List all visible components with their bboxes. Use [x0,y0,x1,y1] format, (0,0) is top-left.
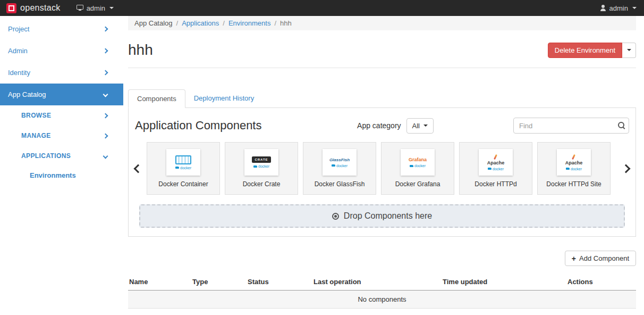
tab-components[interactable]: Components [128,89,185,108]
user-menu[interactable]: admin [600,4,637,12]
caret-down-icon [632,7,637,9]
empty-table-message: No components [128,291,636,309]
docker-container-icon: docker [166,149,200,176]
drop-components-zone[interactable]: Drop Components here [139,204,625,228]
sidebar-item-applications[interactable]: APPLICATIONS [0,146,123,166]
tab-bar: Components Deployment History [128,89,636,108]
add-component-button[interactable]: + Add Component [565,251,636,266]
tab-deployment-history[interactable]: Deployment History [185,89,262,107]
breadcrumb-item-app-catalog: App Catalog [134,19,173,27]
breadcrumb-item-applications[interactable]: Applications [182,19,219,27]
component-card[interactable]: CRATE docker Docker Crate [225,142,298,195]
chevron-right-icon [103,133,108,138]
chevron-right-icon [103,70,108,76]
brand-wordmark: openstack [20,3,61,13]
grafana-icon: Grafana docker [401,149,435,176]
caret-down-icon [109,7,114,9]
component-cards: docker Docker Container CRATE docker Doc… [147,142,617,195]
user-menu-label: admin [609,4,628,12]
breadcrumb-item-environments[interactable]: Environments [228,19,270,27]
delete-environment-split-button: Delete Environment [548,43,636,58]
docker-logo-icon: docker [175,166,191,170]
sidebar-item-label: MANAGE [21,132,51,139]
breadcrumb-separator: / [274,19,276,27]
sidebar-item-label: Admin [8,47,28,55]
breadcrumb-separator: / [176,19,179,27]
sidebar-item-browse[interactable]: BROWSE [0,105,123,126]
sidebar-item-admin[interactable]: Admin [0,40,123,62]
column-header-time-updated: Time updated [442,273,566,291]
table-actions-row: + Add Component [128,251,636,266]
sidebar-item-label: Project [8,25,29,33]
feather-icon [572,154,576,159]
docker-logo-icon: docker [332,164,348,168]
components-carousel: docker Docker Container CRATE docker Doc… [135,142,629,195]
docker-logo-icon: docker [253,164,269,168]
app-category-dropdown[interactable]: All [406,118,434,134]
chevron-right-icon [103,27,108,32]
app-category-group: App category All [357,118,434,134]
component-card-label: Docker Grafana [395,180,440,188]
component-card-label: Docker GlassFish [315,180,365,188]
breadcrumb-separator: / [223,19,225,27]
caret-down-icon [627,49,631,51]
components-tab-panel: Application Components App category All [128,108,636,237]
app-category-value: All [412,122,420,130]
sidebar-item-app-catalog[interactable]: App Catalog [0,84,123,105]
column-header-name: Name [128,273,191,291]
page-title: hhh [128,42,153,59]
column-header-type: Type [191,273,247,291]
target-icon [332,213,339,220]
glassfish-icon: GlassFish docker [323,149,357,176]
sidebar-item-manage[interactable]: MANAGE [0,126,123,146]
caret-down-icon [423,125,428,127]
components-heading: Application Components [135,119,357,132]
component-card-label: Docker HTTPd Site [546,180,601,188]
component-card[interactable]: Grafana docker Docker Grafana [381,142,454,195]
brand-home-link[interactable]: openstack [6,3,61,13]
plus-icon: + [572,255,576,262]
carousel-next-icon[interactable] [622,164,631,173]
topbar: openstack admin admin [0,0,644,16]
main-content: App Catalog / Applications / Environment… [123,16,644,309]
sidebar-item-label: BROWSE [21,112,51,119]
component-card[interactable]: docker Docker Container [147,142,220,195]
crate-icon: CRATE docker [244,149,278,176]
openstack-logo-icon [6,3,16,13]
empty-table-row: No components [128,291,636,309]
table-header-row: Name Type Status Last operation Time upd… [128,273,636,291]
component-card[interactable]: GlassFish docker Docker GlassFish [303,142,376,195]
sidebar-item-label: Identity [8,69,30,77]
sidebar-item-project[interactable]: Project [0,18,123,40]
column-header-status: Status [247,273,312,291]
breadcrumb-item-current: hhh [280,19,292,27]
app-category-label: App category [357,121,401,130]
feather-icon [494,154,498,159]
sidebar-item-identity[interactable]: Identity [0,62,123,84]
apache-icon: Apache docker [479,149,513,176]
apache-icon: Apache docker [557,149,591,176]
delete-environment-button[interactable]: Delete Environment [548,43,622,58]
component-card-label: Docker Crate [243,180,281,188]
sidebar: Project Admin Identity App Catalog BROWS… [0,16,123,315]
search-input[interactable] [513,118,629,134]
component-card[interactable]: Apache docker Docker HTTPd [459,142,532,195]
component-search [513,118,629,134]
component-card[interactable]: Apache docker Docker HTTPd Site [537,142,611,195]
sidebar-item-environments[interactable]: Environments [0,166,123,185]
search-button[interactable] [618,122,625,131]
delete-environment-dropdown-toggle[interactable] [622,43,636,58]
docker-logo-icon: docker [488,167,504,171]
domain-menu-label: admin [87,4,105,12]
components-header: Application Components App category All [135,118,629,134]
domain-menu[interactable]: admin [77,4,114,12]
chevron-down-icon [103,92,108,97]
column-header-actions: Actions [566,273,636,291]
chevron-right-icon [103,48,108,54]
docker-logo-icon: docker [410,164,426,168]
sidebar-item-label: APPLICATIONS [21,152,71,160]
carousel-prev-icon[interactable] [134,164,143,173]
search-icon [618,122,625,129]
component-card-label: Docker HTTPd [474,180,516,188]
docker-logo-icon: docker [566,167,582,171]
